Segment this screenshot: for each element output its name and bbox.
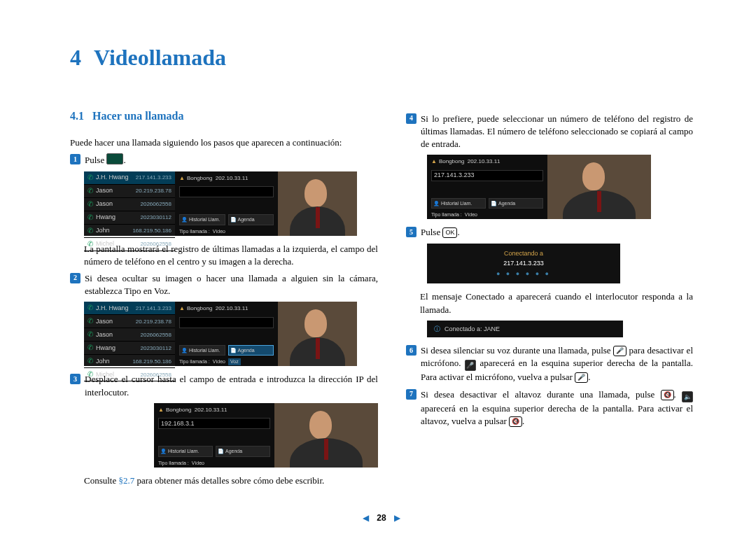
step-marker-5: 5 bbox=[406, 227, 416, 237]
left-column: 4.1Hacer una llamada Puede hacer una lla… bbox=[70, 108, 378, 491]
ip-input-empty bbox=[179, 186, 274, 197]
chapter-number: 4 bbox=[70, 45, 81, 70]
step-2-text: Si desea ocultar su imagen o hacer una l… bbox=[85, 272, 378, 297]
ref-link-2-7[interactable]: §2.7 bbox=[118, 475, 134, 486]
step-5: 5 Pulse OK. bbox=[406, 226, 693, 239]
info-icon: ⓘ bbox=[434, 325, 440, 334]
step-marker-6: 6 bbox=[406, 345, 416, 356]
speaker-key-icon: 🔇 bbox=[661, 390, 674, 400]
step-2: 2 Si desea ocultar su imagen o hacer una… bbox=[70, 272, 378, 297]
screenshot-connected: ⓘ Conectado a: JANE bbox=[427, 321, 623, 338]
chapter-title: 4Videollamada bbox=[70, 42, 693, 73]
step-7: 7 Si desea desactivar el altavoz durante… bbox=[406, 388, 693, 428]
step-6: 6 Si desea silenciar su voz durante una … bbox=[406, 344, 693, 384]
btn-agenda: 📄Agenda bbox=[228, 214, 274, 225]
next-page-arrow-icon[interactable]: ▶ bbox=[394, 512, 400, 524]
progress-dots-icon: ● ● ● ● ● ● bbox=[433, 269, 615, 279]
page-number: 28 bbox=[377, 513, 386, 523]
step-3: 3 Desplace el cursor hasta el campo de e… bbox=[70, 373, 378, 398]
speaker-off-indicator-icon: 🔈 bbox=[682, 391, 693, 402]
ok-key-icon: OK bbox=[442, 227, 457, 238]
section-name: Hacer una llamada bbox=[92, 110, 183, 122]
screenshot-select-recent: ▲Bongbong 202.10.33.11 217.141.3.233 👤Hi… bbox=[427, 155, 651, 219]
step-6-text: Si desea silenciar su voz durante una ll… bbox=[421, 344, 693, 384]
prev-page-arrow-icon[interactable]: ◀ bbox=[363, 512, 369, 524]
mute-key-icon: 🎤 bbox=[613, 346, 626, 356]
call-button-icon bbox=[106, 153, 123, 164]
step-marker-3: 3 bbox=[70, 374, 80, 384]
step-marker-4: 4 bbox=[406, 113, 416, 124]
screenshot-call-log-2: ✆J.H. Hwang217.141.3.233 ✆Jason20.219.23… bbox=[84, 302, 357, 366]
step-1-text: Pulse . bbox=[85, 153, 378, 167]
after-step-1: La pantalla mostrará el registro de últi… bbox=[84, 243, 378, 268]
section-number: 4.1 bbox=[70, 110, 84, 122]
step-3-text: Desplace el cursor hasta el campo de ent… bbox=[85, 373, 378, 398]
step-4-text: Si lo prefiere, puede seleccionar un núm… bbox=[421, 113, 693, 151]
screenshot-call-log-1: ✆J.H. Hwang217.141.3.233 ✆Jason20.219.23… bbox=[84, 171, 357, 236]
step-marker-1: 1 bbox=[70, 154, 80, 164]
mic-muted-indicator-icon: 🎤 bbox=[465, 360, 476, 371]
section-title: 4.1Hacer una llamada bbox=[70, 108, 378, 124]
intro-text: Puede hacer una llamada siguiendo los pa… bbox=[70, 136, 378, 149]
chapter-name: Videollamada bbox=[94, 45, 226, 70]
screenshot-ip-entered: ▲Bongbong 202.10.33.11 192.168.3.1 👤Hist… bbox=[154, 403, 378, 468]
after-step-3: Consulte §2.7 para obtener más detalles … bbox=[84, 475, 378, 487]
mute-key-icon-2: 🎤 bbox=[575, 372, 588, 383]
right-column: 4 Si lo prefiere, puede seleccionar un n… bbox=[406, 108, 693, 491]
speaker-key-icon-2: 🔇 bbox=[509, 416, 522, 427]
step-1: 1 Pulse . bbox=[70, 153, 378, 167]
step-4: 4 Si lo prefiere, puede seleccionar un n… bbox=[406, 113, 693, 151]
step-marker-2: 2 bbox=[70, 273, 80, 283]
step-7-text: Si desea desactivar el altavoz durante u… bbox=[421, 388, 693, 428]
screenshot-connecting: Conectando a 217.141.3.233 ● ● ● ● ● ● bbox=[427, 244, 620, 284]
btn-historial: 👤Historial Llam. bbox=[179, 214, 225, 225]
call-list: ✆J.H. Hwang217.141.3.233 ✆Jason20.219.23… bbox=[84, 171, 175, 236]
step-marker-7: 7 bbox=[406, 389, 416, 400]
mid-panel: ▲Bongbong 202.10.33.11 👤Historial Llam. … bbox=[175, 171, 278, 236]
page-footer: ◀ 28 ▶ bbox=[70, 512, 693, 524]
after-step-5: El mensaje Conectado a aparecerá cuando … bbox=[420, 290, 693, 316]
step-5-text: Pulse OK. bbox=[421, 226, 693, 239]
ip-input: 192.168.3.1 bbox=[158, 418, 270, 429]
self-preview bbox=[278, 171, 357, 236]
